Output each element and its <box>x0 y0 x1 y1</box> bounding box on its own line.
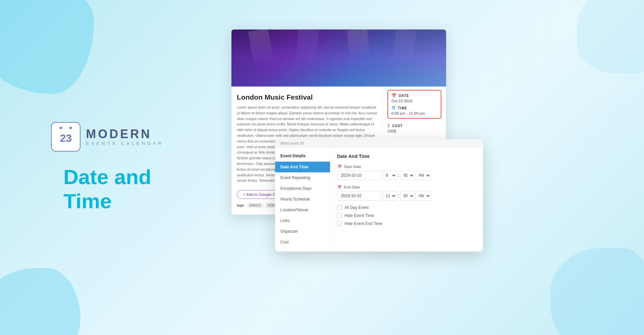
hide-end-time-label: Hide Event End Time <box>344 221 382 226</box>
start-date-input[interactable] <box>337 171 381 180</box>
sidebar-time-value: 6:00 pm - 11:00 pm <box>391 111 437 115</box>
end-date-row: 📅 End Date 11 : 00 <box>337 185 476 201</box>
start-minute-select[interactable]: 00 <box>400 171 415 180</box>
admin-panel: Word count: 91 Event Details Date And Ti… <box>275 139 483 252</box>
end-ampm-select[interactable]: AM PM <box>416 191 431 201</box>
headline-text: Date and Time <box>63 165 151 213</box>
all-day-label: All Day Event <box>344 205 369 210</box>
logo-container: 23 MODERN EVENTS CALENDAR <box>51 122 163 152</box>
admin-content: Date And Time 📅 Start Date 8 : <box>330 148 483 252</box>
headline: Date and Time <box>63 165 151 213</box>
nav-item-hourly-schedule[interactable]: Hourly Schedule <box>275 194 330 205</box>
start-date-label: 📅 Start Date <box>337 164 476 169</box>
nav-item-date-and-time[interactable]: Date And Time <box>275 162 330 172</box>
end-date-input[interactable] <box>337 191 381 201</box>
start-ampm-select[interactable]: AM PM <box>416 171 431 180</box>
calendar-dot-left <box>60 127 62 129</box>
start-time-group: 8 : 00 AM PM <box>383 171 431 180</box>
sidebar-date-label: 📅 DATE <box>391 93 437 98</box>
end-hour-select[interactable]: 11 <box>383 191 397 201</box>
sidebar-time-label: ⏱ TIME <box>391 106 437 110</box>
sidebar-date-time-section: 📅 DATE Oct 10 2019 ⏱ TIME 6:00 pm - 11:0… <box>387 90 441 119</box>
hide-end-time-checkbox[interactable] <box>337 221 342 226</box>
calendar-icon-end: 📅 <box>337 185 342 189</box>
hide-time-checkbox[interactable] <box>337 213 342 218</box>
logo-brand: MODERN <box>86 128 163 140</box>
tags-label: tags: <box>237 204 245 207</box>
calendar-icon-start: 📅 <box>337 164 342 169</box>
sidebar-cost-label: $ COST <box>387 123 441 128</box>
admin-nav-title: Event Details <box>275 152 330 162</box>
admin-section-title: Date And Time <box>337 154 476 159</box>
nav-item-location-venue[interactable]: Location/Venue <box>275 205 330 215</box>
nav-item-links[interactable]: Links <box>275 215 330 226</box>
logo-icon: 23 <box>51 122 80 152</box>
admin-body: Event Details Date And Time Event Repeat… <box>275 148 483 252</box>
start-time-colon: : <box>398 173 399 178</box>
logo-number: 23 <box>60 132 72 145</box>
start-date-time-row: 8 : 00 AM PM <box>337 171 476 180</box>
calendar-dot-right <box>69 127 72 129</box>
end-date-label: 📅 End Date <box>337 185 476 189</box>
start-hour-select[interactable]: 8 <box>383 171 397 180</box>
end-time-colon: : <box>398 193 399 199</box>
sidebar-cost-section: $ COST 150$ <box>387 123 441 137</box>
end-time-group: 11 : 00 AM PM <box>383 191 431 201</box>
calendar-dots <box>60 127 72 129</box>
nav-item-organizer[interactable]: Organizer <box>275 226 330 237</box>
headline-line2: Time <box>63 189 112 213</box>
admin-nav: Event Details Date And Time Event Repeat… <box>275 148 330 252</box>
nav-item-exceptional-days[interactable]: Exceptional Days <box>275 183 330 194</box>
left-section: 23 MODERN EVENTS CALENDAR Date and Time <box>0 0 215 335</box>
start-date-row: 📅 Start Date 8 : 00 <box>337 164 476 180</box>
tag-dance: DANCE <box>247 203 263 208</box>
crowd-overlay <box>231 30 446 87</box>
all-day-event-row: All Day Event <box>337 205 476 210</box>
nav-item-cost[interactable]: Cost <box>275 237 330 247</box>
all-day-checkbox[interactable] <box>337 205 342 210</box>
hide-time-label: Hide Event Time <box>344 213 374 218</box>
logo-text: MODERN EVENTS CALENDAR <box>86 128 163 146</box>
hide-event-end-time-row: Hide Event End Time <box>337 221 476 226</box>
right-section: London Music Festival Lorem ipsum dolor … <box>215 0 644 335</box>
word-count-text: Word count: 91 <box>280 141 304 145</box>
hide-event-time-row: Hide Event Time <box>337 213 476 218</box>
event-title: London Music Festival <box>237 93 377 101</box>
logo-sub: EVENTS CALENDAR <box>86 141 163 146</box>
sidebar-cost-value: 150$ <box>387 129 441 133</box>
word-count-bar: Word count: 91 <box>275 139 483 148</box>
sidebar-date-value: Oct 10 2019 <box>391 99 437 103</box>
headline-line1: Date and <box>63 165 151 188</box>
event-card-image <box>231 30 446 87</box>
end-date-time-row: 11 : 00 AM PM <box>337 191 476 201</box>
end-minute-select[interactable]: 00 <box>400 191 415 201</box>
nav-item-event-repeating[interactable]: Event Repeating <box>275 172 330 183</box>
